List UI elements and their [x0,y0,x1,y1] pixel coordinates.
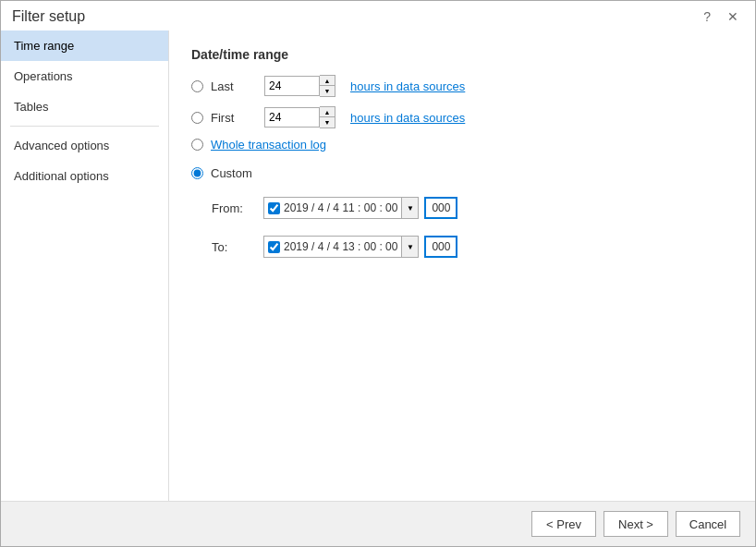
sidebar-item-additional-options[interactable]: Additional options [1,161,168,191]
first-value-input[interactable] [264,107,320,128]
to-label: To: [212,240,258,254]
from-ms-value: 000 [432,201,450,214]
last-spinner: ▲ ▼ [320,75,335,97]
custom-label[interactable]: Custom [211,166,257,180]
to-container: To: 2019 / 4 / 4 13 : 00 : 00 ▼ 000 [191,236,733,258]
from-container: From: 2019 / 4 / 4 11 : 00 : 00 ▼ 000 [191,197,733,219]
to-datetime-group: 2019 / 4 / 4 13 : 00 : 00 ▼ [263,236,419,258]
dialog-title: Filter setup [12,8,85,25]
main-content: Date/time range Last ▲ ▼ hours in data s… [169,30,755,501]
custom-radio[interactable] [191,167,203,179]
sidebar-item-time-range[interactable]: Time range [1,30,168,61]
last-radio[interactable] [191,80,203,92]
prev-button[interactable]: < Prev [531,511,596,537]
from-checkbox[interactable] [268,202,280,214]
to-datetime-box: 2019 / 4 / 4 13 : 00 : 00 [263,236,402,258]
from-ms-box[interactable]: 000 [424,197,457,219]
content-area: Time range Operations Tables Advanced op… [1,30,755,501]
last-value-input[interactable] [264,76,320,96]
whole-log-row: Whole transaction log [191,138,733,152]
sidebar-item-advanced-options[interactable]: Advanced options [1,130,168,161]
footer: < Prev Next > Cancel [1,501,755,546]
section-title: Date/time range [191,47,733,62]
help-button[interactable]: ? [698,8,716,25]
cancel-button[interactable]: Cancel [676,511,740,537]
last-hours-input: ▲ ▼ [264,75,335,97]
first-spinner: ▲ ▼ [320,106,335,128]
from-label: From: [212,201,258,215]
from-dropdown-arrow[interactable]: ▼ [402,197,419,219]
custom-row: Custom [191,166,733,180]
to-ms-box[interactable]: 000 [424,236,457,258]
first-row: First ▲ ▼ hours in data sources [191,106,733,128]
first-radio[interactable] [191,112,203,124]
sidebar-divider [10,126,159,127]
filter-setup-dialog: Filter setup ? ✕ Time range Operations T… [0,0,756,547]
next-button[interactable]: Next > [604,511,668,537]
sidebar: Time range Operations Tables Advanced op… [1,30,169,501]
first-spin-up[interactable]: ▲ [320,107,335,117]
last-spin-down[interactable]: ▼ [320,86,335,96]
whole-log-radio[interactable] [191,139,203,151]
first-hours-input: ▲ ▼ [264,106,335,128]
sidebar-item-operations[interactable]: Operations [1,61,168,91]
title-bar: Filter setup ? ✕ [1,1,755,30]
last-label[interactable]: Last [211,79,257,93]
whole-log-label[interactable]: Whole transaction log [211,138,326,152]
first-hours-text[interactable]: hours in data sources [350,111,465,125]
title-bar-controls: ? ✕ [698,8,744,25]
from-datetime-box: 2019 / 4 / 4 11 : 00 : 00 [263,197,402,219]
close-button[interactable]: ✕ [722,8,744,25]
to-datetime-text: 2019 / 4 / 4 13 : 00 : 00 [284,240,397,253]
radio-group: Last ▲ ▼ hours in data sources First [191,75,733,258]
from-datetime-text: 2019 / 4 / 4 11 : 00 : 00 [284,201,397,214]
last-hours-text[interactable]: hours in data sources [350,79,465,93]
to-checkbox[interactable] [268,241,280,253]
first-spin-down[interactable]: ▼ [320,117,335,128]
last-row: Last ▲ ▼ hours in data sources [191,75,733,97]
from-datetime-group: 2019 / 4 / 4 11 : 00 : 00 ▼ [263,197,419,219]
first-label[interactable]: First [211,111,257,125]
sidebar-item-tables[interactable]: Tables [1,91,168,122]
to-ms-value: 000 [432,240,450,253]
last-spin-up[interactable]: ▲ [320,76,335,86]
to-dropdown-arrow[interactable]: ▼ [402,236,419,258]
